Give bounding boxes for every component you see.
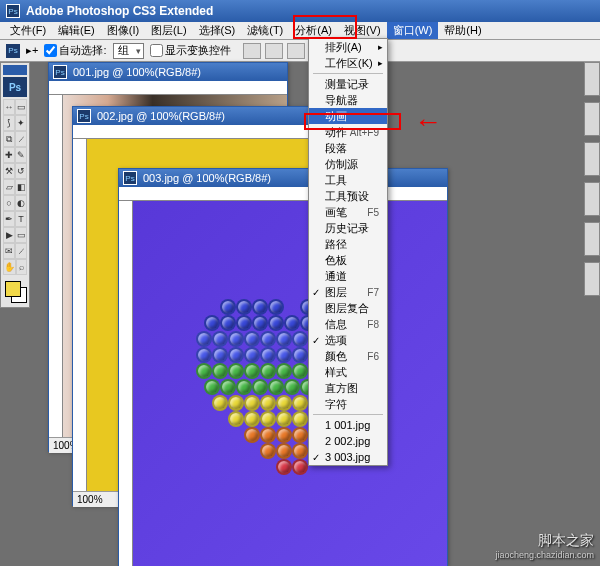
- menu-help[interactable]: 帮助(H): [438, 22, 487, 39]
- palette-tab[interactable]: [584, 182, 600, 216]
- wand-tool[interactable]: ✦: [15, 115, 27, 131]
- marquee-tool[interactable]: ▭: [15, 99, 27, 115]
- menu-layer[interactable]: 图层(L): [145, 22, 192, 39]
- menu-item[interactable]: 通道: [309, 268, 387, 284]
- watermark: 脚本之家 jiaocheng.chazidian.com: [495, 532, 594, 560]
- toolbox-grip[interactable]: [3, 65, 27, 75]
- menu-item[interactable]: 画笔F5: [309, 204, 387, 220]
- shape-tool[interactable]: ▭: [15, 227, 27, 243]
- doc-title-003[interactable]: Ps 003.jpg @ 100%(RGB/8#): [119, 169, 447, 187]
- align-icon[interactable]: [243, 43, 261, 59]
- eyedropper-tool[interactable]: ⟋: [15, 243, 27, 259]
- menu-edit[interactable]: 编辑(E): [52, 22, 101, 39]
- doc-icon: Ps: [77, 109, 91, 123]
- titlebar: Ps Adobe Photoshop CS3 Extended: [0, 0, 600, 22]
- menu-window[interactable]: 窗口(W): [387, 22, 439, 39]
- menu-image[interactable]: 图像(I): [101, 22, 145, 39]
- menu-item[interactable]: 2 002.jpg: [309, 433, 387, 449]
- menu-item[interactable]: 工具: [309, 172, 387, 188]
- heal-tool[interactable]: ✚: [3, 147, 15, 163]
- menu-filter[interactable]: 滤镜(T): [241, 22, 289, 39]
- lasso-tool[interactable]: ⟆: [3, 115, 15, 131]
- app-icon: Ps: [6, 4, 20, 18]
- auto-select-checkbox[interactable]: 自动选择:: [44, 43, 106, 58]
- menu-item[interactable]: 导航器: [309, 92, 387, 108]
- history-brush-tool[interactable]: ↺: [15, 163, 27, 179]
- menu-item[interactable]: 工具预设: [309, 188, 387, 204]
- show-transform-label: 显示变换控件: [165, 43, 231, 58]
- menu-item[interactable]: 段落: [309, 140, 387, 156]
- menu-item[interactable]: 颜色F6: [309, 348, 387, 364]
- palette-tab[interactable]: [584, 222, 600, 256]
- pen-tool[interactable]: ✒: [3, 211, 15, 227]
- menu-item[interactable]: 动画: [309, 108, 387, 124]
- palette-dock: [584, 62, 600, 302]
- foreground-color[interactable]: [5, 281, 21, 297]
- menu-item[interactable]: 样式: [309, 364, 387, 380]
- menu-select[interactable]: 选择(S): [193, 22, 242, 39]
- doc-title-002[interactable]: Ps 002.jpg @ 100%(RGB/8#): [73, 107, 331, 125]
- path-select-tool[interactable]: ▶: [3, 227, 15, 243]
- menu-analysis[interactable]: 分析(A): [289, 22, 338, 39]
- type-tool[interactable]: T: [15, 211, 27, 227]
- menu-item[interactable]: 路径: [309, 236, 387, 252]
- eraser-tool[interactable]: ▱: [3, 179, 15, 195]
- menu-item[interactable]: 选项: [309, 332, 387, 348]
- menu-item[interactable]: 1 001.jpg: [309, 417, 387, 433]
- menu-item[interactable]: 工作区(K): [309, 55, 387, 71]
- toolbox: Ps ↔▭ ⟆✦ ⧉⟋ ✚✎ ⚒↺ ▱◧ ○◐ ✒T ▶▭ ✉⟋ ✋⌕: [0, 62, 30, 308]
- crop-tool[interactable]: ⧉: [3, 131, 15, 147]
- align-icon[interactable]: [287, 43, 305, 59]
- menu-item[interactable]: 直方图: [309, 380, 387, 396]
- palette-tab[interactable]: [584, 102, 600, 136]
- brush-tool[interactable]: ✎: [15, 147, 27, 163]
- watermark-main: 脚本之家: [495, 532, 594, 550]
- palette-tab[interactable]: [584, 62, 600, 96]
- blur-tool[interactable]: ○: [3, 195, 15, 211]
- dodge-tool[interactable]: ◐: [15, 195, 27, 211]
- doc-icon: Ps: [53, 65, 67, 79]
- palette-tab[interactable]: [584, 142, 600, 176]
- zoom-tool[interactable]: ⌕: [16, 259, 27, 275]
- doc-window-003[interactable]: Ps 003.jpg @ 100%(RGB/8#): [118, 168, 448, 566]
- menu-item[interactable]: 动作Alt+F9: [309, 124, 387, 140]
- hand-tool[interactable]: ✋: [3, 259, 16, 275]
- slice-tool[interactable]: ⟋: [15, 131, 27, 147]
- show-transform-checkbox[interactable]: 显示变换控件: [150, 43, 231, 58]
- canvas-003[interactable]: [133, 201, 447, 566]
- menu-item[interactable]: 色板: [309, 252, 387, 268]
- ruler-vertical: [49, 95, 63, 437]
- menu-item[interactable]: 排列(A): [309, 39, 387, 55]
- auto-select-input[interactable]: [44, 44, 57, 57]
- menu-item[interactable]: 字符: [309, 396, 387, 412]
- menu-item[interactable]: 信息F8: [309, 316, 387, 332]
- menu-item[interactable]: 图层复合: [309, 300, 387, 316]
- menu-item[interactable]: 图层F7: [309, 284, 387, 300]
- menu-item[interactable]: 仿制源: [309, 156, 387, 172]
- window-menu-dropdown[interactable]: 排列(A)工作区(K)测量记录导航器动画动作Alt+F9段落仿制源工具工具预设画…: [308, 38, 388, 466]
- ruler-horizontal: [73, 125, 331, 139]
- menu-view[interactable]: 视图(V): [338, 22, 387, 39]
- menu-item[interactable]: 3 003.jpg: [309, 449, 387, 465]
- palette-tab[interactable]: [584, 262, 600, 296]
- gradient-tool[interactable]: ◧: [15, 179, 27, 195]
- move-tool[interactable]: ↔: [3, 99, 15, 115]
- ps-logo-icon: Ps: [6, 44, 20, 58]
- align-icon[interactable]: [265, 43, 283, 59]
- show-transform-input[interactable]: [150, 44, 163, 57]
- auto-select-dropdown[interactable]: 组: [113, 43, 144, 59]
- menu-item[interactable]: 历史记录: [309, 220, 387, 236]
- notes-tool[interactable]: ✉: [3, 243, 15, 259]
- color-swatches[interactable]: [3, 279, 29, 305]
- menu-item[interactable]: 测量记录: [309, 76, 387, 92]
- doc-title-001[interactable]: Ps 001.jpg @ 100%(RGB/8#): [49, 63, 287, 81]
- watermark-sub: jiaocheng.chazidian.com: [495, 550, 594, 560]
- annotation-arrow: ←: [414, 106, 442, 138]
- menubar[interactable]: 文件(F) 编辑(E) 图像(I) 图层(L) 选择(S) 滤镜(T) 分析(A…: [0, 22, 600, 40]
- app-title: Adobe Photoshop CS3 Extended: [26, 4, 213, 18]
- ruler-horizontal: [49, 81, 287, 95]
- stamp-tool[interactable]: ⚒: [3, 163, 15, 179]
- doc-icon: Ps: [123, 171, 137, 185]
- workspace: Ps ↔▭ ⟆✦ ⧉⟋ ✚✎ ⚒↺ ▱◧ ○◐ ✒T ▶▭ ✉⟋ ✋⌕ Ps 0…: [0, 62, 600, 566]
- menu-file[interactable]: 文件(F): [4, 22, 52, 39]
